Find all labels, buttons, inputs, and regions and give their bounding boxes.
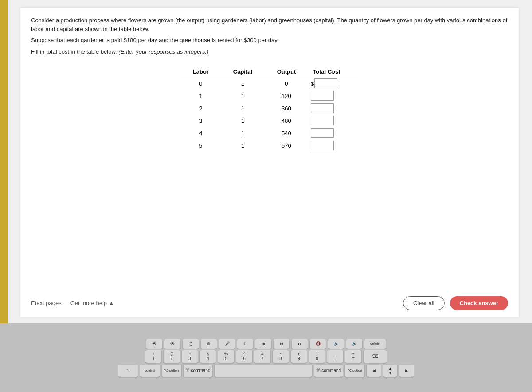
capital-cell-3: 1 [221,114,265,127]
output-cell-3: 480 [265,114,308,127]
instruction-text: Fill in total cost in the table below. (… [31,47,508,56]
key-minus[interactable]: _- [327,350,343,363]
cost-input-2[interactable] [311,103,334,113]
key-f12[interactable]: 🔊 [346,339,362,349]
key-arrow-right[interactable]: ▶ [399,365,414,377]
bottom-bar: Etext pages Get more help ▲ Clear all Ch… [31,292,508,310]
capital-cell-2: 1 [221,102,265,114]
output-cell-5: 570 [265,139,308,152]
key-f11[interactable]: 🔉 [328,339,344,349]
table-row: 51570 [181,139,358,152]
key-fn[interactable]: fn [118,365,138,377]
table-row: 31480 [181,114,358,127]
number-row: !1 @2 #3 $4 %5 ^6 &7 *8 (9 )0 _- += ⌫ [145,350,387,363]
key-4[interactable]: $4 [200,350,216,363]
left-stripe [0,0,8,323]
labor-cell-0: 0 [181,77,221,90]
capital-cell-4: 1 [221,127,265,139]
key-f8[interactable]: ⏯ [274,339,289,349]
output-cell-1: 120 [265,90,308,102]
get-more-help-link[interactable]: Get more help ▲ [70,300,114,306]
total-cost-cell-4 [308,127,358,139]
total-cost-cell-0: $ [308,77,358,90]
key-cmd-left[interactable]: ⌘ command [184,365,212,377]
key-1[interactable]: !1 [145,350,161,363]
labor-cell-1: 1 [181,90,221,102]
key-backspace[interactable]: ⌫ [364,350,387,363]
key-brightness-down[interactable]: ☀ [146,339,162,349]
key-ctrl[interactable]: control [140,365,160,377]
capital-cell-1: 1 [221,90,265,102]
output-cell-0: 0 [265,77,308,90]
total-cost-cell-3 [308,114,358,127]
intro-text: Consider a production process where flow… [31,16,508,33]
key-option[interactable]: ⌥ option [162,365,181,377]
fn-key-row: ☀ ☀ ▪▪▪▪ ⊕ 🎤 ☾ ⏮ ⏯ ⏭ 🔇 🔉 🔊 delete [146,339,386,349]
labor-cell-4: 4 [181,127,221,139]
production-table: Labor Capital Output Total Cost 010$1112… [181,67,358,152]
key-8[interactable]: *8 [273,350,289,363]
labor-cell-5: 5 [181,139,221,152]
bottom-left-links: Etext pages Get more help ▲ [31,300,114,306]
capital-cell-5: 1 [221,139,265,152]
table-row: 41540 [181,127,358,139]
key-f6[interactable]: ☾ [237,339,253,349]
key-2[interactable]: @2 [164,350,180,363]
problem-text: Consider a production process where flow… [31,16,508,59]
labor-header: Labor [181,67,221,77]
key-f3[interactable]: ▪▪▪▪ [183,339,199,349]
key-f4[interactable]: ⊕ [201,339,217,349]
key-f5[interactable]: 🎤 [219,339,235,349]
table-row: 11120 [181,90,358,102]
output-header: Output [265,67,308,77]
table-row: 21360 [181,102,358,114]
key-5[interactable]: %5 [218,350,234,363]
key-equals[interactable]: += [345,350,361,363]
given-text: Suppose that each gardener is paid $180 … [31,36,508,45]
key-arrow-up-down[interactable]: ▲▼ [383,365,397,377]
capital-header: Capital [221,67,265,77]
key-f9[interactable]: ⏭ [292,339,308,349]
check-answer-button[interactable]: Check answer [450,296,508,310]
labor-cell-3: 3 [181,114,221,127]
keyboard: ☀ ☀ ▪▪▪▪ ⊕ 🎤 ☾ ⏮ ⏯ ⏭ 🔇 🔉 🔊 delete !1 @2 … [0,323,532,392]
key-brightness-up[interactable]: ☀ [164,339,180,349]
key-space[interactable] [215,365,312,377]
key-cmd-right[interactable]: ⌘ command [314,365,343,377]
key-arrow-left[interactable]: ◀ [367,365,381,377]
labor-cell-2: 2 [181,102,221,114]
total-cost-cell-1 [308,90,358,102]
data-table-section: Labor Capital Output Total Cost 010$1112… [31,67,508,152]
total-cost-header: Total Cost [308,67,358,77]
key-9[interactable]: (9 [291,350,307,363]
key-7[interactable]: &7 [254,350,270,363]
key-3[interactable]: #3 [182,350,198,363]
key-0[interactable]: )0 [309,350,325,363]
total-cost-cell-5 [308,139,358,152]
key-option-right[interactable]: ⌥ option [345,365,364,377]
dollar-sign: $ [311,80,314,87]
table-row: 010$ [181,77,358,90]
key-6[interactable]: ^6 [236,350,252,363]
bottom-buttons: Clear all Check answer [403,296,508,310]
key-f7[interactable]: ⏮ [255,339,271,349]
cost-input-1[interactable] [311,91,334,101]
cost-input-4[interactable] [311,128,334,138]
total-cost-cell-2 [308,102,358,114]
cost-input-3[interactable] [311,116,334,125]
bottom-row: fn control ⌥ option ⌘ command ⌘ command … [118,365,414,377]
output-cell-4: 540 [265,127,308,139]
cost-input-5[interactable] [311,141,334,150]
capital-cell-0: 1 [221,77,265,90]
clear-all-button[interactable]: Clear all [403,296,445,310]
cost-input-0[interactable] [314,78,337,88]
key-f10[interactable]: 🔇 [310,339,326,349]
key-delete[interactable]: delete [364,339,386,349]
etext-pages-link[interactable]: Etext pages [31,300,62,306]
output-cell-2: 360 [265,102,308,114]
